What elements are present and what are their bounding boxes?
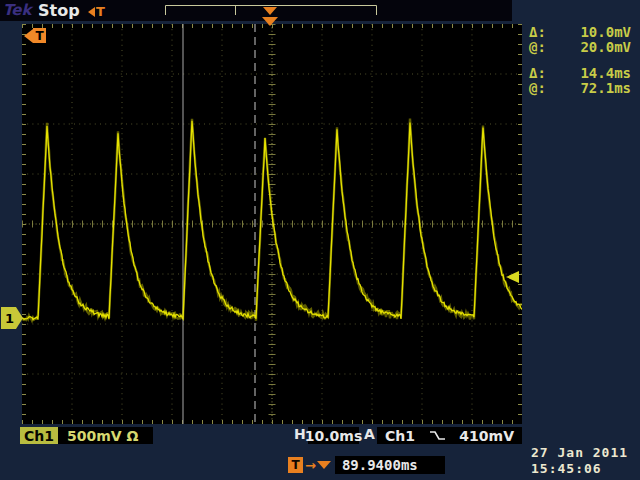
trigger-mode-label: A xyxy=(364,426,375,442)
at-label: @: xyxy=(529,80,546,96)
delta-voltage-value: 10.0mV xyxy=(580,24,631,40)
at-time-value: 72.1ms xyxy=(580,80,631,96)
oscilloscope-screen: { "header": { "logo": "Tek", "status": "… xyxy=(0,0,640,480)
readout-row: Δ: 10.0mV xyxy=(529,24,631,40)
readout-row: Δ: 14.4ms xyxy=(529,65,631,81)
readout-row: @: 72.1ms xyxy=(529,80,631,96)
at-label: @: xyxy=(529,39,546,55)
waveform-display xyxy=(22,24,522,424)
record-view-trigger-marker-icon xyxy=(263,7,277,15)
time-display: 15:45:06 xyxy=(531,461,602,476)
trigger-t-icon: T xyxy=(288,457,303,473)
horizontal-timebase: 10.0ms xyxy=(308,427,359,444)
graticule-area xyxy=(22,24,522,424)
readout-row: @: 20.0mV xyxy=(529,39,631,55)
trigger-source: Ch1 xyxy=(385,428,415,444)
delta-label: Δ: xyxy=(529,65,546,81)
date-display: 27 Jan 2011 xyxy=(531,445,628,460)
trigger-marker-down-icon xyxy=(317,461,331,469)
horizontal-delay-readout: T → 89.9400ms xyxy=(288,456,445,474)
at-voltage-value: 20.0mV xyxy=(580,39,631,55)
trigger-position-marker-icon xyxy=(262,17,278,26)
ch1-badge: Ch1 xyxy=(20,427,58,444)
arrow-right-icon: → xyxy=(305,458,316,473)
record-view-bar xyxy=(0,0,640,21)
trigger-level-marker-icon xyxy=(506,271,519,283)
trigger-offscreen-indicator-icon: T xyxy=(24,28,46,43)
delta-time-value: 14.4ms xyxy=(580,65,631,81)
delay-time-value: 89.9400ms xyxy=(335,456,445,474)
ch1-ground-reference-marker: 1 xyxy=(1,307,23,329)
falling-edge-icon xyxy=(429,429,446,442)
delta-label: Δ: xyxy=(529,24,546,40)
trigger-settings-chip: Ch1 410mV xyxy=(377,427,522,444)
arrow-left-icon xyxy=(24,29,33,43)
trigger-level-value: 410mV xyxy=(459,428,514,444)
ch1-vertical-scale: 500mV Ω xyxy=(58,427,153,444)
